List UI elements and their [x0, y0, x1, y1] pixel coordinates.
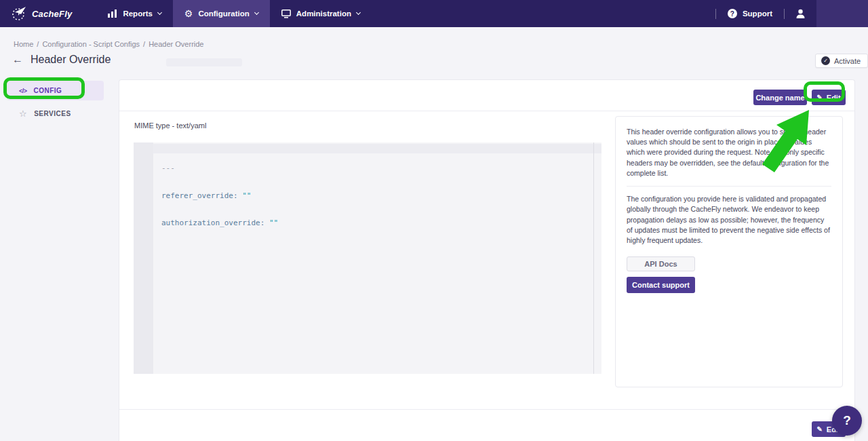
question-circle-icon: ? — [728, 9, 737, 18]
nav-item-label: Configuration — [198, 9, 249, 18]
page-title: Header Override — [31, 54, 111, 66]
editor-gutter — [134, 142, 153, 374]
user-menu-button[interactable] — [785, 0, 816, 27]
monitor-icon — [281, 9, 291, 18]
yaml-code-editor[interactable]: --- referer_override: "" authorization_o… — [134, 142, 601, 374]
star-icon: ☆ — [19, 109, 27, 118]
code-icon: </> — [19, 88, 27, 94]
yaml-key: referer_override: — [161, 191, 238, 200]
api-docs-label: API Docs — [644, 260, 677, 268]
check-circle-icon: ✓ — [821, 56, 830, 65]
title-row: ← Header Override — [12, 54, 111, 66]
page-body: Home / Configuration - Script Configs / … — [0, 27, 868, 441]
change-name-label: Change name — [755, 94, 804, 102]
code-line: --- — [161, 164, 278, 173]
info-paragraph-2: The configuration you provide here is va… — [627, 194, 831, 246]
gear-icon: ⚙ — [184, 9, 193, 18]
activate-button[interactable]: ✓ Activate — [815, 54, 868, 68]
yaml-doc-start: --- — [161, 164, 175, 172]
breadcrumb-separator: / — [143, 40, 145, 48]
nav-item-administration[interactable]: Administration — [270, 0, 372, 27]
account-area[interactable] — [816, 0, 868, 27]
pencil-icon: ✎ — [816, 94, 822, 101]
info-divider — [627, 186, 831, 187]
editor-scrollbar[interactable] — [593, 142, 594, 374]
code-line: referer_override: "" — [161, 191, 278, 201]
edit-label: Edit — [827, 94, 841, 102]
chevron-down-icon — [157, 10, 162, 15]
sidebar-item-label: CONFIG — [34, 87, 62, 94]
nav-right: ? Support — [715, 0, 868, 27]
app-root: CacheFly Reports ⚙ Configuration — [0, 0, 868, 441]
code-line: authorization_override: "" — [161, 218, 278, 228]
top-navbar: CacheFly Reports ⚙ Configuration — [0, 0, 868, 27]
bar-chart-icon — [108, 9, 117, 18]
support-label: Support — [743, 9, 772, 18]
mime-type-label: MIME type - text/yaml — [134, 121, 206, 130]
api-docs-button[interactable]: API Docs — [627, 256, 695, 271]
yaml-value: "" — [269, 218, 278, 227]
pencil-icon: ✎ — [816, 426, 822, 433]
brand-name: CacheFly — [32, 9, 72, 19]
yaml-value: "" — [242, 191, 251, 200]
sidebar-item-config[interactable]: </> CONFIG — [7, 81, 104, 100]
card-header-divider — [119, 111, 854, 111]
yaml-key: authorization_override: — [161, 218, 264, 227]
info-paragraph-1: This header override configuration allow… — [627, 127, 831, 178]
contact-support-label: Contact support — [632, 281, 690, 289]
editor-content: --- referer_override: "" authorization_o… — [161, 145, 278, 246]
nav-item-support[interactable]: ? Support — [716, 0, 784, 27]
breadcrumb-current: Header Override — [149, 40, 203, 48]
breadcrumb-separator: / — [37, 40, 39, 48]
config-card: Change name ✎ Edit MIME type - text/yaml… — [119, 79, 855, 441]
breadcrumb-script-configs[interactable]: Configuration - Script Configs — [42, 40, 140, 48]
edit-button-top[interactable]: ✎ Edit — [812, 90, 846, 105]
skeleton-bar — [166, 58, 242, 66]
sidebar-item-services[interactable]: ☆ SERVICES — [19, 109, 71, 118]
breadcrumb: Home / Configuration - Script Configs / … — [14, 40, 203, 48]
help-icon: ? — [843, 413, 851, 428]
cachefly-plane-icon — [11, 5, 27, 22]
nav-item-label: Reports — [123, 9, 152, 18]
chevron-down-icon — [254, 10, 259, 15]
info-panel: This header override configuration allow… — [615, 116, 843, 387]
card-footer-divider — [119, 409, 854, 410]
back-arrow-icon[interactable]: ← — [12, 54, 23, 65]
nav-item-reports[interactable]: Reports — [96, 0, 172, 27]
nav-item-label: Administration — [296, 9, 351, 18]
activate-label: Activate — [834, 57, 861, 65]
chevron-down-icon — [356, 10, 361, 15]
brand-logo[interactable]: CacheFly — [0, 5, 81, 22]
help-fab-button[interactable]: ? — [832, 406, 862, 436]
change-name-button[interactable]: Change name — [753, 90, 807, 105]
contact-support-button[interactable]: Contact support — [627, 277, 695, 293]
nav-item-configuration[interactable]: ⚙ Configuration — [173, 0, 270, 27]
breadcrumb-home[interactable]: Home — [14, 40, 33, 48]
sidebar-item-label: SERVICES — [34, 110, 71, 117]
main-nav: Reports ⚙ Configuration Administration — [96, 0, 372, 27]
person-icon — [795, 8, 806, 20]
